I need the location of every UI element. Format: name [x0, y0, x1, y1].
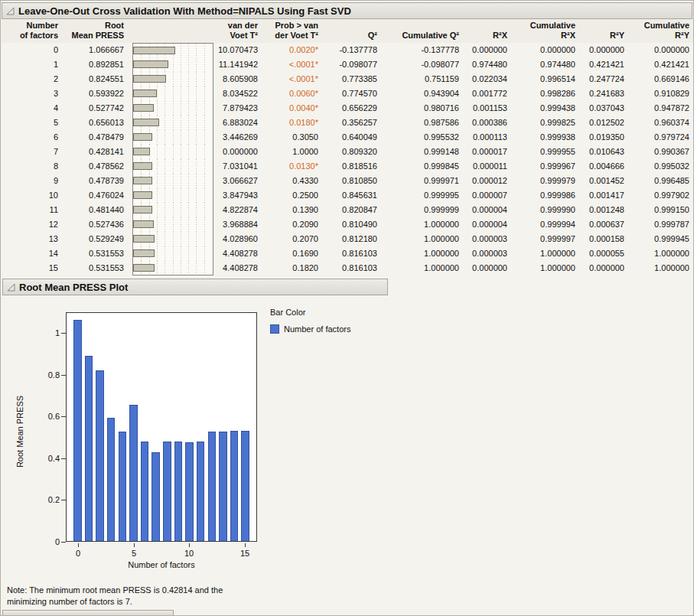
- cell-factors: 9: [2, 174, 63, 188]
- rmpress-bar: [133, 191, 152, 199]
- cell-r2y: 0.001417: [580, 188, 629, 203]
- cell-r2x: 0.000386: [464, 116, 512, 130]
- cell-cum_r2y: 0.910829: [629, 86, 694, 101]
- cell-r2x: 0.000017: [464, 145, 512, 159]
- cell-q2: 0.816103: [323, 261, 382, 275]
- disclosure-triangle-icon[interactable]: [7, 283, 15, 292]
- rmpress-bar-cell: [129, 43, 214, 57]
- cell-prob: 0.1690: [262, 246, 323, 261]
- cell-factors: 7: [2, 145, 63, 159]
- cell-q2: 0.773385: [323, 72, 382, 86]
- cell-t2: 3.066627: [214, 174, 262, 188]
- rmpress-bar-box: [132, 246, 213, 261]
- cell-rmpress: 0.478739: [63, 174, 129, 188]
- cell-q2: 0.810490: [323, 217, 382, 232]
- y-tick-label: 0.4: [29, 454, 60, 464]
- rmpress-bar-box: [132, 130, 213, 145]
- rmpress-bar: [133, 177, 152, 184]
- cell-r2y: 0.037043: [580, 101, 629, 116]
- cell-q2: 0.816103: [323, 246, 382, 261]
- cell-prob: 0.1820: [262, 261, 323, 275]
- cell-cum_r2x: 0.999986: [512, 188, 580, 203]
- table-row: 60.4784793.4462690.30500.6400490.9955320…: [2, 130, 694, 145]
- cell-t2: 11.141942: [214, 57, 262, 72]
- cell-rmpress: 0.531553: [63, 246, 129, 261]
- cell-q2: 0.818516: [323, 159, 382, 174]
- cell-factors: 4: [2, 101, 63, 116]
- y-tick-label: 0.8: [29, 370, 60, 380]
- cut-off-section-header[interactable]: [2, 610, 174, 615]
- cell-t2: 6.883024: [214, 116, 262, 130]
- table-row: 90.4787393.0666270.43300.8108500.9999710…: [2, 174, 694, 188]
- cell-q2: -0.098077: [323, 57, 382, 72]
- cell-r2y: 0.421421: [580, 57, 629, 72]
- cell-q2: 0.845631: [323, 188, 382, 203]
- rmpress-bar-box: [132, 86, 213, 101]
- cell-q2: 0.810850: [323, 174, 382, 188]
- rmpress-bar-box: [132, 72, 213, 86]
- cell-rmpress: 0.478562: [63, 159, 129, 174]
- section-header-cross-validation[interactable]: Leave-One-Out Cross Validation With Meth…: [2, 2, 692, 19]
- rmpress-bar: [133, 47, 175, 54]
- x-axis-label: Number of factors: [66, 560, 257, 569]
- cell-r2y: 0.000637: [580, 217, 629, 232]
- rmpress-bar: [133, 148, 150, 155]
- cell-r2y: 0.001452: [580, 174, 629, 188]
- cell-cum_r2x: 0.999979: [512, 174, 580, 188]
- cell-r2y: 0.001248: [580, 203, 629, 217]
- table-row: 70.4281410.0000001.00000.8093200.9991480…: [2, 145, 694, 159]
- rmpress-bar: [133, 104, 154, 112]
- rmpress-bar-cell: [129, 203, 214, 217]
- cell-factors: 14: [2, 246, 63, 261]
- rmpress-bar-cell: [129, 130, 214, 145]
- cell-cum_r2y: 0.947872: [629, 101, 694, 116]
- col-header-van-der-voet-t2: van der Voet T²: [214, 19, 262, 43]
- cell-prob: 0.0130*: [262, 159, 323, 174]
- x-tick-mark: [134, 543, 135, 547]
- col-header-root-mean-press: Root Mean PRESS: [63, 19, 129, 43]
- cell-t2: 3.968884: [214, 217, 262, 232]
- cell-t2: 10.070473: [214, 43, 262, 57]
- plot-section-title: Root Mean PRESS Plot: [19, 282, 128, 293]
- rmpress-bar: [133, 162, 152, 170]
- cell-t2: 7.031041: [214, 159, 262, 174]
- legend-color-swatch[interactable]: [270, 324, 279, 334]
- cell-rmpress: 1.066667: [63, 43, 129, 57]
- cell-cum_q2: 0.999995: [382, 188, 464, 203]
- plot-bars: [72, 313, 251, 541]
- cell-r2y: 0.004666: [580, 159, 629, 174]
- cell-q2: 0.640049: [323, 130, 382, 145]
- cell-r2x: 0.000003: [464, 246, 512, 261]
- cell-cum_r2y: 0.990367: [629, 145, 694, 159]
- y-axis-label: Root Mean PRESS: [15, 382, 24, 481]
- col-header-number-of-factors: Number of factors: [2, 19, 63, 43]
- chart-bar: [197, 442, 205, 541]
- disclosure-triangle-icon[interactable]: [6, 7, 15, 15]
- cell-cum_q2: 0.999148: [382, 145, 464, 159]
- chart-bar: [96, 370, 104, 541]
- cell-q2: 0.820847: [323, 203, 382, 217]
- col-header-cumulative-q2: Cumulative Q²: [382, 19, 464, 43]
- col-header-q2: Q²: [323, 19, 382, 43]
- rmpress-bar-box: [132, 57, 213, 72]
- y-tick-mark: [61, 416, 66, 417]
- table-row: 100.4760243.8479430.25000.8456310.999995…: [2, 188, 694, 203]
- cell-prob: 0.1390: [262, 203, 323, 217]
- rmpress-bar-box: [132, 43, 213, 57]
- cell-cum_r2y: 0.996485: [629, 174, 694, 188]
- cell-rmpress: 0.892851: [63, 57, 129, 72]
- table-header-row: Number of factors Root Mean PRESS van de…: [2, 19, 694, 43]
- section-header-root-mean-press-plot[interactable]: Root Mean PRESS Plot: [2, 279, 388, 295]
- cell-cum_r2y: 0.997902: [629, 188, 694, 203]
- cell-cum_r2y: 0.669146: [629, 72, 694, 86]
- rmpress-bar: [133, 206, 152, 213]
- cell-cum_r2x: 0.996514: [512, 72, 580, 86]
- chart-bar: [73, 320, 82, 541]
- table-row: 30.5939228.0345220.0060*0.7745700.943904…: [2, 86, 694, 101]
- y-tick-label: 0.6: [29, 412, 60, 422]
- cell-cum_q2: 1.000000: [382, 246, 464, 261]
- cell-prob: 0.0180*: [262, 116, 323, 130]
- cell-r2x: 0.974480: [464, 57, 512, 72]
- table-row: 20.8245518.605908<.0001*0.7733850.751159…: [2, 72, 694, 86]
- cell-r2x: 0.000004: [464, 203, 512, 217]
